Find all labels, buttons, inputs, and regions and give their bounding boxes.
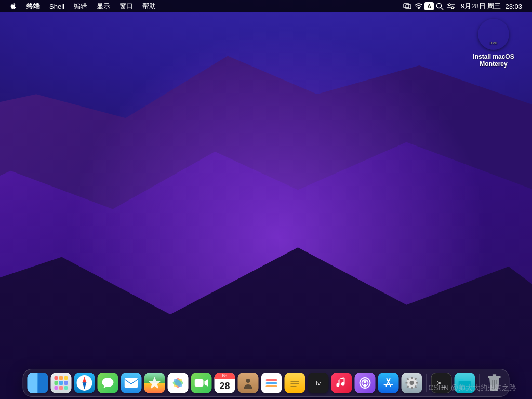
menubar-date[interactable]: 9月28日 周三 — [457, 2, 503, 11]
dvd-icon — [478, 19, 509, 50]
dock-maps[interactable] — [144, 373, 165, 393]
dock-music[interactable] — [331, 373, 352, 393]
svg-point-23 — [410, 381, 414, 385]
stage-manager-icon[interactable] — [402, 3, 413, 9]
svg-point-8 — [451, 7, 454, 9]
dock-reminders[interactable] — [261, 373, 282, 393]
svg-point-21 — [364, 381, 366, 383]
menu-help[interactable]: 帮助 — [138, 2, 161, 11]
menubar-time[interactable]: 23:03 — [503, 3, 527, 10]
svg-point-15 — [246, 379, 250, 383]
dock-finder[interactable] — [28, 373, 48, 393]
dock-facetime[interactable] — [191, 373, 212, 393]
menubar: 终端 Shell 编辑 显示 窗口 帮助 A 9月28日 周三 23:03 — [0, 0, 532, 12]
desktop-icon-label-2: Monterey — [469, 60, 518, 68]
apple-menu[interactable] — [5, 2, 22, 11]
menu-window[interactable]: 窗口 — [115, 2, 138, 11]
desktop-wallpaper — [0, 0, 532, 399]
dock-podcasts[interactable] — [355, 373, 376, 393]
dock-system-preferences[interactable] — [402, 373, 422, 393]
dock-notes[interactable] — [285, 373, 305, 393]
dock-calendar[interactable]: 9月 28 — [215, 373, 235, 393]
wifi-icon[interactable] — [413, 3, 424, 9]
dock-photos[interactable] — [168, 373, 189, 393]
svg-rect-14 — [195, 379, 204, 387]
menu-view[interactable]: 显示 — [92, 2, 115, 11]
dock-mail[interactable] — [121, 373, 142, 393]
desktop-installer-icon[interactable]: Install macOS Monterey — [469, 19, 518, 68]
dock-launchpad[interactable] — [51, 373, 72, 393]
desktop-icon-label-1: Install macOS — [469, 53, 518, 60]
dock-messages[interactable] — [98, 373, 118, 393]
control-center-icon[interactable] — [445, 3, 457, 9]
dock-safari[interactable] — [74, 373, 95, 393]
input-source-indicator[interactable]: A — [424, 2, 434, 10]
tv-label: tv — [316, 380, 321, 387]
svg-line-31 — [407, 386, 409, 388]
calendar-month-label: 9月 — [215, 373, 235, 379]
svg-line-28 — [407, 378, 409, 380]
dock-separator-1 — [427, 374, 427, 392]
watermark-text: CSDN @帅大大的架构之路 — [428, 383, 516, 393]
menu-edit[interactable]: 编辑 — [69, 2, 92, 11]
svg-rect-0 — [404, 4, 409, 8]
svg-rect-9 — [125, 378, 138, 388]
dock-tv[interactable]: tv — [308, 373, 329, 393]
menu-shell[interactable]: Shell — [45, 3, 69, 10]
svg-point-2 — [418, 8, 419, 9]
svg-line-29 — [415, 386, 417, 388]
calendar-day-label: 28 — [219, 379, 230, 393]
dock-contacts[interactable] — [238, 373, 259, 393]
dock-appstore[interactable] — [378, 373, 399, 393]
svg-point-3 — [436, 3, 441, 8]
svg-line-4 — [441, 8, 443, 10]
svg-rect-1 — [406, 5, 411, 9]
svg-line-30 — [415, 378, 417, 380]
menubar-app-name[interactable]: 终端 — [22, 2, 45, 11]
spotlight-icon[interactable] — [434, 3, 445, 10]
svg-point-6 — [448, 4, 450, 6]
